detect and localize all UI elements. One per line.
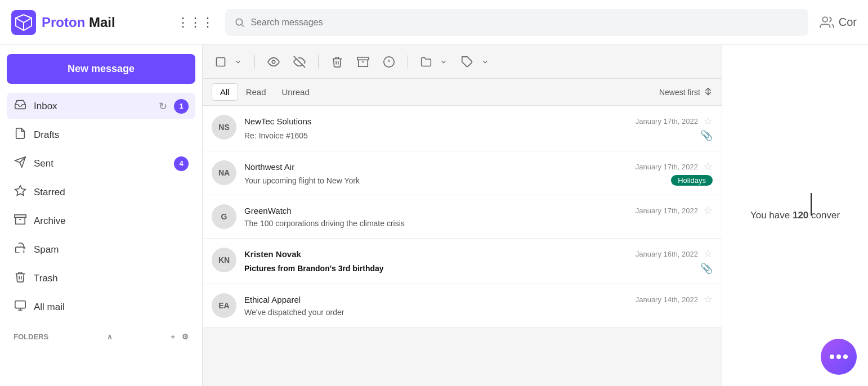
grid-menu-icon[interactable]: ⋮⋮⋮ [177, 15, 214, 30]
sidebar-item-archive[interactable]: Archive [7, 208, 195, 234]
spam-label: Spam [34, 244, 189, 255]
sidebar-item-starred[interactable]: Starred [7, 179, 195, 205]
cursor-line [811, 193, 812, 216]
contacts-icon [820, 15, 834, 30]
sidebar-item-drafts[interactable]: Drafts [7, 122, 195, 148]
archive-label: Archive [34, 216, 189, 227]
chat-bubble[interactable] [821, 339, 857, 375]
svg-point-15 [272, 60, 275, 64]
drafts-label: Drafts [34, 129, 189, 141]
refresh-icon[interactable]: ↻ [159, 100, 167, 113]
email-header: GreenWatch January 17th, 2022 ☆ [244, 204, 713, 217]
right-panel-text: You have 120 conver [739, 199, 851, 232]
new-message-button[interactable]: New message [7, 54, 195, 84]
svg-point-3 [822, 17, 827, 22]
add-folder-icon[interactable]: + [171, 333, 175, 341]
email-toolbar [203, 45, 722, 79]
search-input[interactable] [250, 17, 799, 28]
folders-chevron-icon: ∧ [107, 333, 113, 341]
select-checkbox[interactable] [212, 53, 230, 71]
sidebar-item-spam[interactable]: Spam [7, 236, 195, 263]
email-meta: January 17th, 2022 ☆ [636, 204, 713, 217]
star-icon[interactable]: ☆ [704, 248, 713, 260]
label-dropdown[interactable] [478, 55, 493, 69]
avatar: G [212, 204, 236, 229]
attachment-icon: 📎 [700, 129, 713, 142]
star-icon[interactable]: ☆ [704, 293, 713, 306]
spam-button[interactable] [379, 52, 399, 71]
email-footer: Pictures from Brandon's 3rd birthday 📎 [244, 262, 713, 275]
email-sender: NewTec Solutions [244, 116, 311, 126]
email-meta: January 16th, 2022 ☆ [636, 248, 713, 260]
email-subject: Your upcoming flight to New York [244, 176, 360, 185]
email-item[interactable]: NA Northwest Air January 17th, 2022 ☆ Yo… [203, 151, 722, 195]
email-date: January 17th, 2022 [636, 207, 698, 215]
chat-dot-1 [830, 354, 834, 359]
archive-icon [14, 213, 27, 228]
filter-read[interactable]: Read [238, 84, 274, 100]
email-sender: Northwest Air [244, 162, 294, 172]
email-sender: Kristen Novak [244, 249, 301, 259]
app-header: Proton Mail ⋮⋮⋮ Cor [0, 0, 868, 45]
email-list: NS NewTec Solutions January 17th, 2022 ☆… [203, 106, 722, 386]
avatar: NS [212, 115, 236, 140]
drafts-icon [14, 127, 27, 142]
star-icon[interactable]: ☆ [704, 204, 713, 217]
toolbar-sep-3 [408, 55, 408, 69]
svg-rect-11 [15, 301, 25, 308]
email-date: January 14th, 2022 [636, 295, 698, 304]
svg-rect-7 [15, 215, 26, 218]
email-sender: Ethical Apparel [244, 295, 301, 304]
email-subject: Pictures from Brandon's 3rd birthday [244, 264, 384, 273]
delete-button[interactable] [328, 52, 347, 71]
avatar: EA [212, 293, 236, 318]
move-folder-dropdown[interactable] [436, 55, 451, 69]
sidebar-item-sent[interactable]: Sent 4 [7, 150, 195, 177]
label-button[interactable] [458, 52, 477, 71]
starred-icon [14, 185, 27, 200]
inbox-icon [14, 98, 27, 114]
email-meta: January 17th, 2022 ☆ [636, 115, 713, 127]
sort-button[interactable]: Newest first [659, 88, 713, 97]
archive-button[interactable] [354, 52, 373, 71]
email-item[interactable]: NS NewTec Solutions January 17th, 2022 ☆… [203, 106, 722, 151]
sidebar-item-all-mail[interactable]: All mail [7, 294, 195, 320]
email-content: NewTec Solutions January 17th, 2022 ☆ Re… [244, 115, 713, 142]
mark-read-button[interactable] [264, 52, 283, 71]
email-date: January 17th, 2022 [636, 117, 698, 125]
sent-icon [14, 156, 27, 171]
user-area[interactable]: Cor [820, 15, 857, 30]
user-name: Cor [839, 16, 857, 29]
email-subject: We've dispatched your order [244, 308, 344, 317]
folders-label: FOLDERS [14, 333, 48, 341]
svg-point-1 [236, 19, 242, 25]
email-meta: January 17th, 2022 ☆ [636, 160, 713, 173]
settings-folder-icon[interactable]: ⚙ [182, 333, 189, 341]
sidebar-item-inbox[interactable]: Inbox ↻ 1 [7, 93, 195, 119]
select-dropdown[interactable] [231, 55, 245, 69]
star-icon[interactable]: ☆ [704, 160, 713, 173]
email-item[interactable]: EA Ethical Apparel January 14th, 2022 ☆ … [203, 284, 722, 327]
conversation-text: conver [811, 210, 840, 221]
filter-unread[interactable]: Unread [274, 84, 317, 100]
sidebar-item-trash[interactable]: Trash [7, 265, 195, 291]
folders-actions: + ⚙ [171, 333, 189, 341]
mark-unread-button[interactable] [290, 52, 309, 71]
attachment-icon: 📎 [700, 262, 713, 275]
email-item[interactable]: G GreenWatch January 17th, 2022 ☆ The 10… [203, 195, 722, 239]
email-footer: Your upcoming flight to New York Holiday… [244, 175, 713, 186]
star-icon[interactable]: ☆ [704, 115, 713, 127]
email-tag: Holidays [671, 175, 713, 186]
avatar: KN [212, 248, 236, 272]
email-item[interactable]: KN Kristen Novak January 16th, 2022 ☆ Pi… [203, 239, 722, 284]
email-header: Kristen Novak January 16th, 2022 ☆ [244, 248, 713, 260]
move-folder-button[interactable] [417, 53, 435, 71]
email-header: Ethical Apparel January 14th, 2022 ☆ [244, 293, 713, 306]
filter-all[interactable]: All [212, 83, 238, 101]
search-icon [234, 17, 245, 28]
svg-rect-14 [217, 57, 225, 66]
folders-header: FOLDERS ∧ + ⚙ [7, 327, 195, 347]
email-footer: The 100 corporations driving the climate… [244, 219, 713, 228]
email-content: Northwest Air January 17th, 2022 ☆ Your … [244, 160, 713, 186]
main-layout: New message Inbox ↻ 1 Drafts Sent 4 [0, 45, 868, 386]
